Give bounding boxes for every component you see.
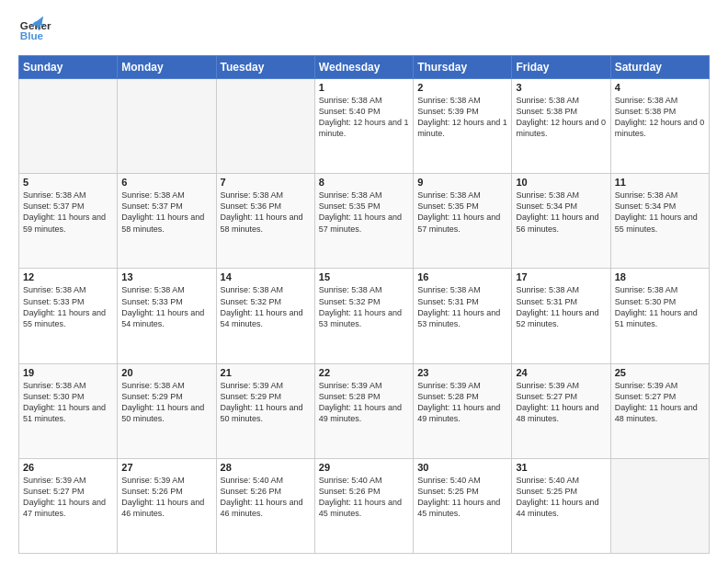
- day-info: Sunrise: 5:40 AMSunset: 5:25 PMDaylight:…: [516, 475, 606, 520]
- calendar-cell: 19 Sunrise: 5:38 AMSunset: 5:30 PMDaylig…: [19, 363, 118, 458]
- day-number: 4: [615, 82, 705, 93]
- day-info: Sunrise: 5:38 AMSunset: 5:31 PMDaylight:…: [417, 284, 507, 329]
- day-info: Sunrise: 5:38 AMSunset: 5:40 PMDaylight:…: [319, 95, 409, 140]
- day-info: Sunrise: 5:38 AMSunset: 5:35 PMDaylight:…: [417, 190, 507, 235]
- calendar-cell: 29 Sunrise: 5:40 AMSunset: 5:26 PMDaylig…: [314, 458, 413, 553]
- day-info: Sunrise: 5:38 AMSunset: 5:30 PMDaylight:…: [615, 284, 705, 329]
- calendar-cell: 6 Sunrise: 5:38 AMSunset: 5:37 PMDayligh…: [118, 174, 216, 269]
- calendar-cell: 25 Sunrise: 5:39 AMSunset: 5:27 PMDaylig…: [610, 363, 709, 458]
- day-info: Sunrise: 5:38 AMSunset: 5:34 PMDaylight:…: [516, 190, 606, 235]
- calendar-cell: 28 Sunrise: 5:40 AMSunset: 5:26 PMDaylig…: [216, 458, 314, 553]
- week-row-1: 1 Sunrise: 5:38 AMSunset: 5:40 PMDayligh…: [19, 79, 710, 174]
- day-info: Sunrise: 5:38 AMSunset: 5:38 PMDaylight:…: [516, 95, 606, 140]
- day-number: 1: [319, 82, 409, 93]
- day-number: 15: [319, 271, 409, 282]
- calendar-cell: [19, 79, 118, 174]
- calendar-cell: 15 Sunrise: 5:38 AMSunset: 5:32 PMDaylig…: [314, 269, 413, 363]
- calendar-cell: 13 Sunrise: 5:38 AMSunset: 5:33 PMDaylig…: [118, 269, 216, 363]
- week-row-5: 26 Sunrise: 5:39 AMSunset: 5:27 PMDaylig…: [19, 458, 710, 553]
- weekday-header-sunday: Sunday: [19, 56, 118, 79]
- day-info: Sunrise: 5:38 AMSunset: 5:36 PMDaylight:…: [221, 190, 311, 235]
- day-info: Sunrise: 5:39 AMSunset: 5:29 PMDaylight:…: [221, 380, 311, 425]
- day-number: 25: [615, 367, 705, 378]
- day-info: Sunrise: 5:39 AMSunset: 5:28 PMDaylight:…: [319, 380, 409, 425]
- weekday-header-saturday: Saturday: [610, 56, 709, 79]
- day-info: Sunrise: 5:40 AMSunset: 5:25 PMDaylight:…: [417, 475, 507, 520]
- day-number: 27: [121, 462, 211, 473]
- day-info: Sunrise: 5:38 AMSunset: 5:31 PMDaylight:…: [516, 284, 606, 329]
- day-number: 28: [221, 462, 311, 473]
- day-number: 22: [319, 367, 409, 378]
- calendar-cell: [216, 79, 314, 174]
- calendar-cell: 12 Sunrise: 5:38 AMSunset: 5:33 PMDaylig…: [19, 269, 118, 363]
- page: General Blue SundayMondayTuesdayWednesda…: [0, 0, 728, 563]
- calendar-cell: 23 Sunrise: 5:39 AMSunset: 5:28 PMDaylig…: [414, 363, 512, 458]
- calendar-cell: 21 Sunrise: 5:39 AMSunset: 5:29 PMDaylig…: [216, 363, 314, 458]
- day-info: Sunrise: 5:38 AMSunset: 5:37 PMDaylight:…: [23, 190, 113, 235]
- day-number: 10: [516, 177, 606, 188]
- calendar-cell: 26 Sunrise: 5:39 AMSunset: 5:27 PMDaylig…: [19, 458, 118, 553]
- header: General Blue: [18, 15, 710, 48]
- day-number: 13: [121, 271, 211, 282]
- week-row-3: 12 Sunrise: 5:38 AMSunset: 5:33 PMDaylig…: [19, 269, 710, 363]
- week-row-4: 19 Sunrise: 5:38 AMSunset: 5:30 PMDaylig…: [19, 363, 710, 458]
- weekday-header-friday: Friday: [512, 56, 610, 79]
- day-info: Sunrise: 5:38 AMSunset: 5:34 PMDaylight:…: [615, 190, 705, 235]
- day-number: 29: [319, 462, 409, 473]
- logo: General Blue: [18, 15, 51, 48]
- day-number: 2: [417, 82, 507, 93]
- calendar-cell: 7 Sunrise: 5:38 AMSunset: 5:36 PMDayligh…: [216, 174, 314, 269]
- day-number: 21: [221, 367, 311, 378]
- day-number: 24: [516, 367, 606, 378]
- day-number: 30: [417, 462, 507, 473]
- calendar-cell: 2 Sunrise: 5:38 AMSunset: 5:39 PMDayligh…: [414, 79, 512, 174]
- calendar-cell: 17 Sunrise: 5:38 AMSunset: 5:31 PMDaylig…: [512, 269, 610, 363]
- calendar-cell: 20 Sunrise: 5:38 AMSunset: 5:29 PMDaylig…: [118, 363, 216, 458]
- calendar-cell: [118, 79, 216, 174]
- day-info: Sunrise: 5:38 AMSunset: 5:33 PMDaylight:…: [23, 284, 113, 329]
- calendar-table: SundayMondayTuesdayWednesdayThursdayFrid…: [18, 55, 710, 554]
- day-number: 16: [417, 271, 507, 282]
- day-info: Sunrise: 5:38 AMSunset: 5:39 PMDaylight:…: [417, 95, 507, 140]
- day-number: 18: [615, 271, 705, 282]
- day-number: 9: [417, 177, 507, 188]
- day-number: 14: [221, 271, 311, 282]
- calendar-cell: 27 Sunrise: 5:39 AMSunset: 5:26 PMDaylig…: [118, 458, 216, 553]
- day-number: 3: [516, 82, 606, 93]
- calendar-cell: 1 Sunrise: 5:38 AMSunset: 5:40 PMDayligh…: [314, 79, 413, 174]
- week-row-2: 5 Sunrise: 5:38 AMSunset: 5:37 PMDayligh…: [19, 174, 710, 269]
- day-info: Sunrise: 5:39 AMSunset: 5:27 PMDaylight:…: [23, 475, 113, 520]
- weekday-header-row: SundayMondayTuesdayWednesdayThursdayFrid…: [19, 56, 710, 79]
- day-number: 19: [23, 367, 113, 378]
- calendar-cell: 22 Sunrise: 5:39 AMSunset: 5:28 PMDaylig…: [314, 363, 413, 458]
- weekday-header-monday: Monday: [118, 56, 216, 79]
- calendar-cell: 14 Sunrise: 5:38 AMSunset: 5:32 PMDaylig…: [216, 269, 314, 363]
- day-number: 17: [516, 271, 606, 282]
- calendar-cell: 31 Sunrise: 5:40 AMSunset: 5:25 PMDaylig…: [512, 458, 610, 553]
- day-info: Sunrise: 5:40 AMSunset: 5:26 PMDaylight:…: [319, 475, 409, 520]
- day-number: 31: [516, 462, 606, 473]
- calendar-cell: 3 Sunrise: 5:38 AMSunset: 5:38 PMDayligh…: [512, 79, 610, 174]
- day-info: Sunrise: 5:38 AMSunset: 5:32 PMDaylight:…: [319, 284, 409, 329]
- day-number: 12: [23, 271, 113, 282]
- calendar-cell: 10 Sunrise: 5:38 AMSunset: 5:34 PMDaylig…: [512, 174, 610, 269]
- day-info: Sunrise: 5:38 AMSunset: 5:32 PMDaylight:…: [221, 284, 311, 329]
- svg-text:Blue: Blue: [20, 29, 44, 41]
- day-info: Sunrise: 5:39 AMSunset: 5:28 PMDaylight:…: [417, 380, 507, 425]
- calendar-cell: 9 Sunrise: 5:38 AMSunset: 5:35 PMDayligh…: [414, 174, 512, 269]
- day-info: Sunrise: 5:39 AMSunset: 5:27 PMDaylight:…: [516, 380, 606, 425]
- day-number: 26: [23, 462, 113, 473]
- calendar-cell: 4 Sunrise: 5:38 AMSunset: 5:38 PMDayligh…: [610, 79, 709, 174]
- day-info: Sunrise: 5:38 AMSunset: 5:38 PMDaylight:…: [615, 95, 705, 140]
- weekday-header-wednesday: Wednesday: [314, 56, 413, 79]
- weekday-header-thursday: Thursday: [414, 56, 512, 79]
- calendar-cell: 8 Sunrise: 5:38 AMSunset: 5:35 PMDayligh…: [314, 174, 413, 269]
- day-info: Sunrise: 5:38 AMSunset: 5:35 PMDaylight:…: [319, 190, 409, 235]
- weekday-header-tuesday: Tuesday: [216, 56, 314, 79]
- day-info: Sunrise: 5:40 AMSunset: 5:26 PMDaylight:…: [221, 475, 311, 520]
- calendar-cell: [610, 458, 709, 553]
- day-number: 5: [23, 177, 113, 188]
- day-number: 7: [221, 177, 311, 188]
- calendar-cell: 18 Sunrise: 5:38 AMSunset: 5:30 PMDaylig…: [610, 269, 709, 363]
- day-info: Sunrise: 5:38 AMSunset: 5:29 PMDaylight:…: [121, 380, 211, 425]
